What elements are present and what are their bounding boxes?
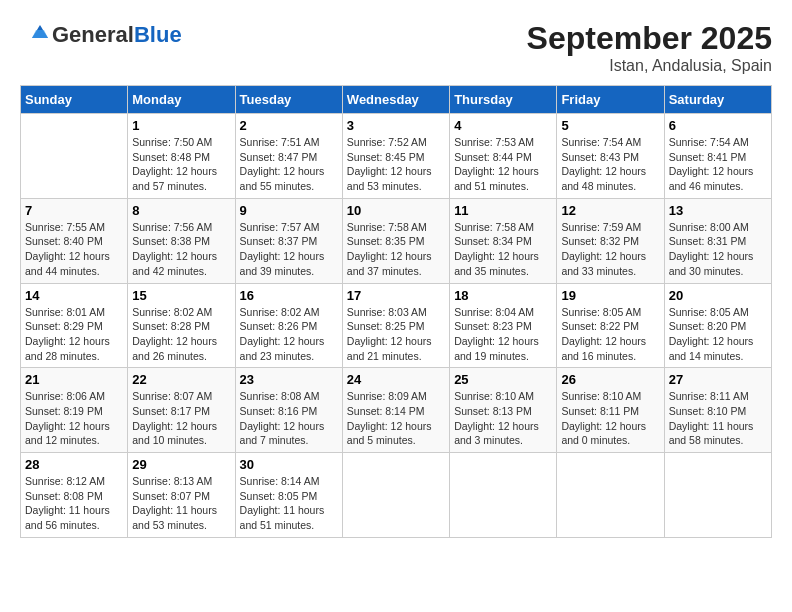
daylight: Daylight: 12 hours and 19 minutes.	[454, 335, 539, 362]
sunset: Sunset: 8:23 PM	[454, 320, 532, 332]
day-info: Sunrise: 8:08 AM Sunset: 8:16 PM Dayligh…	[240, 389, 338, 448]
day-number: 19	[561, 288, 659, 303]
sunrise: Sunrise: 8:13 AM	[132, 475, 212, 487]
day-number: 14	[25, 288, 123, 303]
daylight: Daylight: 12 hours and 30 minutes.	[669, 250, 754, 277]
calendar-cell	[21, 114, 128, 199]
day-info: Sunrise: 8:10 AM Sunset: 8:11 PM Dayligh…	[561, 389, 659, 448]
sunrise: Sunrise: 8:05 AM	[669, 306, 749, 318]
sunset: Sunset: 8:10 PM	[669, 405, 747, 417]
sunset: Sunset: 8:05 PM	[240, 490, 318, 502]
sunset: Sunset: 8:11 PM	[561, 405, 639, 417]
day-number: 4	[454, 118, 552, 133]
daylight: Daylight: 12 hours and 35 minutes.	[454, 250, 539, 277]
day-info: Sunrise: 7:58 AM Sunset: 8:34 PM Dayligh…	[454, 220, 552, 279]
day-info: Sunrise: 8:05 AM Sunset: 8:20 PM Dayligh…	[669, 305, 767, 364]
calendar-cell: 22 Sunrise: 8:07 AM Sunset: 8:17 PM Dayl…	[128, 368, 235, 453]
sunset: Sunset: 8:35 PM	[347, 235, 425, 247]
calendar-title: September 2025	[527, 20, 772, 57]
calendar-cell: 5 Sunrise: 7:54 AM Sunset: 8:43 PM Dayli…	[557, 114, 664, 199]
daylight: Daylight: 12 hours and 55 minutes.	[240, 165, 325, 192]
calendar-week-2: 7 Sunrise: 7:55 AM Sunset: 8:40 PM Dayli…	[21, 198, 772, 283]
daylight: Daylight: 12 hours and 10 minutes.	[132, 420, 217, 447]
sunset: Sunset: 8:41 PM	[669, 151, 747, 163]
sunset: Sunset: 8:31 PM	[669, 235, 747, 247]
day-info: Sunrise: 7:53 AM Sunset: 8:44 PM Dayligh…	[454, 135, 552, 194]
calendar-cell	[664, 453, 771, 538]
day-number: 5	[561, 118, 659, 133]
day-number: 8	[132, 203, 230, 218]
sunrise: Sunrise: 7:51 AM	[240, 136, 320, 148]
sunset: Sunset: 8:26 PM	[240, 320, 318, 332]
sunrise: Sunrise: 8:04 AM	[454, 306, 534, 318]
calendar-header-row: SundayMondayTuesdayWednesdayThursdayFrid…	[21, 86, 772, 114]
sunrise: Sunrise: 7:53 AM	[454, 136, 534, 148]
day-info: Sunrise: 8:00 AM Sunset: 8:31 PM Dayligh…	[669, 220, 767, 279]
sunset: Sunset: 8:08 PM	[25, 490, 103, 502]
day-info: Sunrise: 8:11 AM Sunset: 8:10 PM Dayligh…	[669, 389, 767, 448]
calendar-cell: 26 Sunrise: 8:10 AM Sunset: 8:11 PM Dayl…	[557, 368, 664, 453]
sunrise: Sunrise: 7:54 AM	[669, 136, 749, 148]
calendar-cell: 17 Sunrise: 8:03 AM Sunset: 8:25 PM Dayl…	[342, 283, 449, 368]
day-number: 27	[669, 372, 767, 387]
calendar-cell: 27 Sunrise: 8:11 AM Sunset: 8:10 PM Dayl…	[664, 368, 771, 453]
calendar-cell: 16 Sunrise: 8:02 AM Sunset: 8:26 PM Dayl…	[235, 283, 342, 368]
day-info: Sunrise: 7:52 AM Sunset: 8:45 PM Dayligh…	[347, 135, 445, 194]
sunset: Sunset: 8:47 PM	[240, 151, 318, 163]
day-number: 12	[561, 203, 659, 218]
day-info: Sunrise: 8:01 AM Sunset: 8:29 PM Dayligh…	[25, 305, 123, 364]
sunset: Sunset: 8:48 PM	[132, 151, 210, 163]
header-wednesday: Wednesday	[342, 86, 449, 114]
sunset: Sunset: 8:25 PM	[347, 320, 425, 332]
calendar-cell: 7 Sunrise: 7:55 AM Sunset: 8:40 PM Dayli…	[21, 198, 128, 283]
calendar-week-4: 21 Sunrise: 8:06 AM Sunset: 8:19 PM Dayl…	[21, 368, 772, 453]
title-block: September 2025 Istan, Andalusia, Spain	[527, 20, 772, 75]
page-header: GeneralBlue September 2025 Istan, Andalu…	[20, 20, 772, 75]
daylight: Daylight: 12 hours and 39 minutes.	[240, 250, 325, 277]
daylight: Daylight: 12 hours and 48 minutes.	[561, 165, 646, 192]
daylight: Daylight: 12 hours and 23 minutes.	[240, 335, 325, 362]
day-info: Sunrise: 8:03 AM Sunset: 8:25 PM Dayligh…	[347, 305, 445, 364]
day-number: 11	[454, 203, 552, 218]
calendar-cell: 12 Sunrise: 7:59 AM Sunset: 8:32 PM Dayl…	[557, 198, 664, 283]
sunrise: Sunrise: 7:58 AM	[347, 221, 427, 233]
sunset: Sunset: 8:14 PM	[347, 405, 425, 417]
daylight: Daylight: 11 hours and 53 minutes.	[132, 504, 217, 531]
calendar-table: SundayMondayTuesdayWednesdayThursdayFrid…	[20, 85, 772, 538]
calendar-cell: 2 Sunrise: 7:51 AM Sunset: 8:47 PM Dayli…	[235, 114, 342, 199]
calendar-cell: 18 Sunrise: 8:04 AM Sunset: 8:23 PM Dayl…	[450, 283, 557, 368]
calendar-cell: 14 Sunrise: 8:01 AM Sunset: 8:29 PM Dayl…	[21, 283, 128, 368]
day-info: Sunrise: 7:57 AM Sunset: 8:37 PM Dayligh…	[240, 220, 338, 279]
day-number: 25	[454, 372, 552, 387]
header-thursday: Thursday	[450, 86, 557, 114]
daylight: Daylight: 12 hours and 28 minutes.	[25, 335, 110, 362]
sunset: Sunset: 8:44 PM	[454, 151, 532, 163]
sunset: Sunset: 8:45 PM	[347, 151, 425, 163]
day-number: 22	[132, 372, 230, 387]
daylight: Daylight: 12 hours and 5 minutes.	[347, 420, 432, 447]
day-info: Sunrise: 7:55 AM Sunset: 8:40 PM Dayligh…	[25, 220, 123, 279]
sunset: Sunset: 8:13 PM	[454, 405, 532, 417]
day-number: 9	[240, 203, 338, 218]
sunrise: Sunrise: 8:09 AM	[347, 390, 427, 402]
day-info: Sunrise: 7:50 AM Sunset: 8:48 PM Dayligh…	[132, 135, 230, 194]
calendar-cell: 13 Sunrise: 8:00 AM Sunset: 8:31 PM Dayl…	[664, 198, 771, 283]
header-monday: Monday	[128, 86, 235, 114]
day-info: Sunrise: 8:02 AM Sunset: 8:28 PM Dayligh…	[132, 305, 230, 364]
calendar-cell: 9 Sunrise: 7:57 AM Sunset: 8:37 PM Dayli…	[235, 198, 342, 283]
header-friday: Friday	[557, 86, 664, 114]
sunset: Sunset: 8:17 PM	[132, 405, 210, 417]
sunset: Sunset: 8:40 PM	[25, 235, 103, 247]
day-number: 17	[347, 288, 445, 303]
sunrise: Sunrise: 8:08 AM	[240, 390, 320, 402]
calendar-cell: 30 Sunrise: 8:14 AM Sunset: 8:05 PM Dayl…	[235, 453, 342, 538]
day-info: Sunrise: 7:54 AM Sunset: 8:43 PM Dayligh…	[561, 135, 659, 194]
sunrise: Sunrise: 7:52 AM	[347, 136, 427, 148]
day-number: 10	[347, 203, 445, 218]
day-number: 1	[132, 118, 230, 133]
calendar-cell: 8 Sunrise: 7:56 AM Sunset: 8:38 PM Dayli…	[128, 198, 235, 283]
day-number: 20	[669, 288, 767, 303]
daylight: Daylight: 12 hours and 37 minutes.	[347, 250, 432, 277]
header-saturday: Saturday	[664, 86, 771, 114]
sunset: Sunset: 8:38 PM	[132, 235, 210, 247]
